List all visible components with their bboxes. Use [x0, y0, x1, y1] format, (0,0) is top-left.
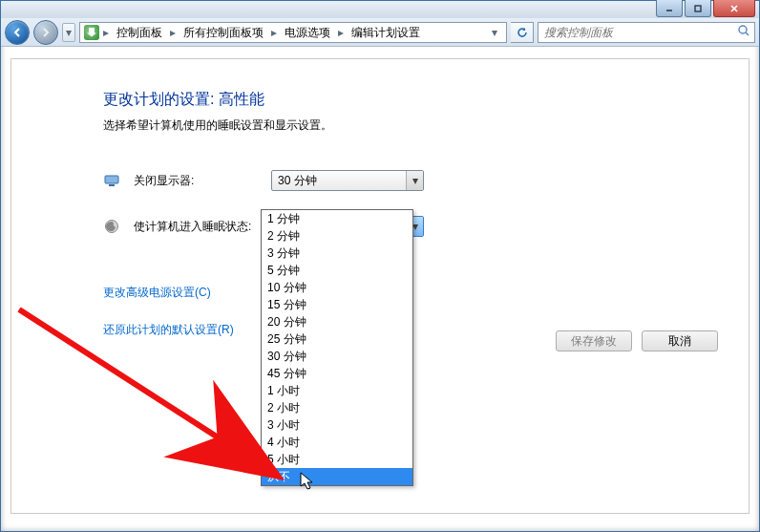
breadcrumb-item[interactable]: 所有控制面板项	[179, 23, 267, 42]
titlebar[interactable]	[1, 1, 759, 18]
close-button[interactable]	[713, 0, 755, 17]
dropdown-option[interactable]: 1 小时	[262, 382, 412, 399]
chevron-right-icon[interactable]: ▸	[101, 26, 111, 39]
dropdown-option[interactable]: 3 分钟	[262, 245, 412, 262]
dropdown-option[interactable]: 5 小时	[262, 451, 412, 468]
forward-button[interactable]	[33, 20, 58, 45]
breadcrumb-item[interactable]: 电源选项	[281, 23, 334, 42]
combo-value: 30 分钟	[278, 173, 317, 189]
nav-history-dropdown[interactable]: ▾	[62, 23, 75, 42]
sleep-icon	[103, 218, 120, 235]
minimize-button[interactable]	[656, 0, 683, 17]
row-turn-off-display: 关闭显示器: 30 分钟 ▾	[103, 170, 749, 191]
dropdown-option[interactable]: 45 分钟	[262, 365, 412, 382]
svg-point-4	[739, 26, 747, 33]
dropdown-option[interactable]: 4 小时	[262, 434, 412, 451]
dropdown-option[interactable]: 20 分钟	[262, 313, 412, 330]
control-panel-icon	[84, 25, 99, 40]
address-dropdown-icon[interactable]: ▾	[487, 26, 502, 39]
dropdown-option[interactable]: 从不	[262, 468, 412, 485]
search-input[interactable]	[542, 25, 737, 40]
page-subtitle: 选择希望计算机使用的睡眠设置和显示设置。	[103, 117, 749, 134]
turn-off-display-label: 关闭显示器:	[134, 173, 258, 189]
dropdown-option[interactable]: 2 分钟	[262, 227, 412, 245]
chevron-down-icon[interactable]: ▾	[406, 171, 423, 190]
row-sleep: 使计算机进入睡眠状态: 从不 ▾	[103, 216, 749, 237]
content-inner: 更改计划的设置: 高性能 选择希望计算机使用的睡眠设置和显示设置。 关闭显示器:…	[11, 59, 749, 513]
svg-rect-1	[695, 6, 701, 11]
display-icon	[103, 172, 120, 189]
chevron-right-icon[interactable]: ▸	[269, 26, 279, 39]
sleep-dropdown-list[interactable]: 1 分钟2 分钟3 分钟5 分钟10 分钟15 分钟20 分钟25 分钟30 分…	[261, 209, 413, 486]
dropdown-option[interactable]: 10 分钟	[262, 279, 412, 296]
refresh-button[interactable]	[511, 22, 534, 43]
caption-buttons	[656, 0, 755, 17]
search-icon[interactable]	[737, 24, 750, 40]
turn-off-display-combo[interactable]: 30 分钟 ▾	[271, 170, 424, 191]
button-row: 保存修改 取消	[556, 330, 718, 351]
chevron-right-icon[interactable]: ▸	[336, 26, 346, 39]
svg-rect-7	[109, 184, 115, 186]
dropdown-option[interactable]: 3 小时	[262, 416, 412, 434]
dropdown-option[interactable]: 5 分钟	[262, 262, 412, 279]
maximize-button[interactable]	[685, 0, 711, 17]
dropdown-option[interactable]: 25 分钟	[262, 330, 412, 348]
sleep-label: 使计算机进入睡眠状态:	[134, 219, 258, 235]
address-bar[interactable]: ▸ 控制面板 ▸ 所有控制面板项 ▸ 电源选项 ▸ 编辑计划设置 ▾	[79, 22, 507, 43]
svg-line-5	[746, 32, 749, 35]
link-advanced-power-settings[interactable]: 更改高级电源设置(C)	[103, 285, 749, 301]
dropdown-option[interactable]: 15 分钟	[262, 296, 412, 313]
page-title: 更改计划的设置: 高性能	[103, 90, 749, 110]
chevron-right-icon[interactable]: ▸	[168, 26, 178, 39]
dropdown-option[interactable]: 1 分钟	[262, 210, 412, 227]
save-button[interactable]: 保存修改	[556, 330, 632, 351]
back-button[interactable]	[5, 20, 30, 45]
cancel-button[interactable]: 取消	[642, 330, 718, 351]
search-box[interactable]	[538, 22, 755, 43]
window-frame: ▾ ▸ 控制面板 ▸ 所有控制面板项 ▸ 电源选项 ▸ 编辑计划设置 ▾ 更改计…	[0, 0, 760, 532]
dropdown-option[interactable]: 30 分钟	[262, 348, 412, 365]
nav-row: ▾ ▸ 控制面板 ▸ 所有控制面板项 ▸ 电源选项 ▸ 编辑计划设置 ▾	[1, 18, 759, 47]
dropdown-option[interactable]: 2 小时	[262, 399, 412, 416]
breadcrumb-item[interactable]: 控制面板	[113, 23, 166, 42]
content-panel: 更改计划的设置: 高性能 选择希望计算机使用的睡眠设置和显示设置。 关闭显示器:…	[11, 58, 749, 514]
svg-rect-6	[105, 176, 118, 183]
breadcrumb-item[interactable]: 编辑计划设置	[348, 23, 424, 42]
